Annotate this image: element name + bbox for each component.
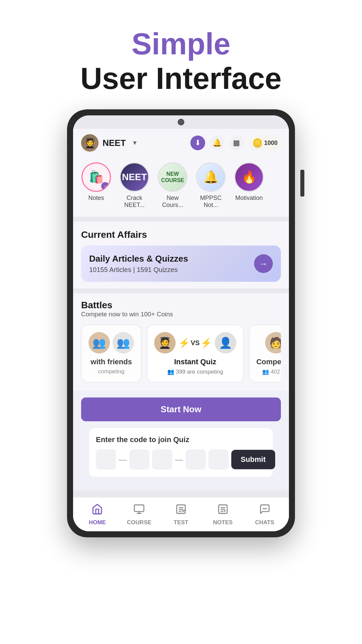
story-circle-mppsc: 🔔 [196, 162, 226, 192]
phone-camera [178, 119, 184, 125]
battles-subtitle: Compete now to win 100+ Coins [81, 311, 281, 318]
story-item-mppsc[interactable]: 🔔 MPPSC Not... [196, 162, 226, 209]
battle-card-compete[interactable]: 🧑 Compete w 👥 402 are [249, 325, 281, 383]
avatar[interactable]: 🧑‍🎓 [81, 134, 99, 152]
battle-card-friends[interactable]: 👥 👥 with friends competing [81, 325, 141, 383]
fighter-right-instant: 👤 [215, 332, 236, 354]
avatar-image: 🧑‍🎓 [81, 134, 99, 152]
battle-vs-compete: 🧑 [265, 332, 281, 354]
start-now-button[interactable]: Start Now [81, 397, 281, 421]
story-item-motivation[interactable]: 🔥 Motivation [234, 162, 264, 209]
story-label-mppsc: MPPSC Not... [196, 195, 226, 209]
battle-name-compete: Compete w [256, 358, 281, 366]
story-item-notes[interactable]: 🛍️ → Notes [81, 162, 111, 209]
title-simple: Simple [80, 27, 282, 61]
svg-point-12 [266, 508, 266, 509]
chats-icon [259, 503, 270, 517]
code-box-3[interactable] [152, 449, 172, 470]
page-title-section: Simple User Interface [74, 0, 288, 109]
coins-badge: 🪙 1000 [249, 136, 281, 150]
code-box-4[interactable] [186, 449, 206, 470]
phone-notch-bar [73, 115, 289, 129]
svg-point-10 [263, 508, 263, 509]
story-item-crack-neet[interactable]: NEET Crack NEET... [119, 162, 149, 209]
code-dash-2: — [175, 455, 183, 464]
story-label-motivation: Motivation [235, 195, 263, 202]
stories-section: 🛍️ → Notes NEET Crack NEET... NEWCOURSE [73, 157, 289, 217]
code-inputs: — — Submit [96, 449, 266, 470]
qr-icon[interactable]: ▦ [229, 136, 244, 150]
quiz-code-section: Enter the code to join Quiz — — Submit [89, 428, 273, 477]
battle-vs-friends: 👥 👥 [88, 332, 134, 354]
battle-vs-instant: 🧑‍🎓 ⚡ VS ⚡ 👤 [154, 332, 236, 354]
battle-card-instant[interactable]: 🧑‍🎓 ⚡ VS ⚡ 👤 Instant Quiz 👥 399 are comp… [147, 325, 244, 383]
app-header: 🧑‍🎓 NEET ▼ ⬇ 🔔 ▦ 🪙 1000 [73, 129, 289, 157]
download-icon[interactable]: ⬇ [190, 136, 205, 150]
code-dash-1: — [119, 455, 127, 464]
section-divider-2 [73, 288, 289, 293]
story-circle-motivation: 🔥 [234, 162, 264, 192]
test-icon [175, 503, 187, 517]
coin-icon: 🪙 [252, 138, 263, 148]
vs-text: VS [191, 339, 200, 347]
current-affairs-section: Current Affairs Daily Articles & Quizzes… [73, 221, 289, 288]
battle-count-compete: 👥 402 are [262, 368, 281, 375]
submit-button[interactable]: Submit [231, 450, 275, 469]
battle-name-instant: Instant Quiz [174, 358, 216, 366]
bell-icon[interactable]: 🔔 [210, 136, 225, 150]
nav-item-notes[interactable]: NOTES [202, 503, 244, 526]
code-box-2[interactable] [129, 449, 149, 470]
story-circle-new-course: NEWCOURSE [158, 162, 187, 192]
header-right: ⬇ 🔔 ▦ 🪙 1000 [190, 136, 281, 150]
section-divider-3 [73, 490, 289, 497]
fighter-left-friends: 👥 [88, 332, 110, 354]
phone-inner: 🧑‍🎓 NEET ▼ ⬇ 🔔 ▦ 🪙 1000 [73, 115, 289, 531]
story-circle-neet: NEET [120, 162, 149, 192]
story-label-notes: Notes [88, 195, 104, 202]
quiz-code-title: Enter the code to join Quiz [96, 435, 266, 444]
current-affairs-title: Current Affairs [81, 229, 281, 240]
fighter-right-friends: 👥 [113, 332, 134, 354]
battles-title: Battles [81, 300, 281, 311]
course-icon [133, 503, 145, 517]
current-affairs-card[interactable]: Daily Articles & Quizzes 10155 Articles … [81, 246, 281, 282]
nav-label-course: COURSE [127, 519, 152, 526]
home-icon [92, 503, 103, 517]
notes-icon [217, 503, 229, 517]
header-left: 🧑‍🎓 NEET ▼ [81, 134, 138, 152]
story-circle-notes: 🛍️ → [81, 162, 111, 192]
story-label-neet: Crack NEET... [119, 195, 149, 209]
battle-count-instant: 👥 399 are competing [167, 368, 223, 375]
ca-card-title: Daily Articles & Quizzes [89, 254, 188, 264]
phone-frame: 🧑‍🎓 NEET ▼ ⬇ 🔔 ▦ 🪙 1000 [67, 109, 295, 537]
lightning-left: ⚡ [178, 337, 190, 348]
story-label-new-course: New Cours... [158, 195, 188, 209]
start-now-section: Start Now [73, 391, 289, 428]
nav-item-home[interactable]: HOME [76, 503, 118, 526]
ca-card-text: Daily Articles & Quizzes 10155 Articles … [89, 254, 188, 274]
battles-carousel: 👥 👥 with friends competing 🧑‍🎓 ⚡ VS [81, 323, 281, 384]
story-add-notes: → [101, 182, 109, 190]
ca-arrow-button[interactable]: → [254, 254, 273, 273]
svg-point-11 [264, 508, 265, 509]
bottom-nav: HOME COURSE [73, 497, 289, 531]
battle-count-friends: competing [98, 368, 124, 375]
nav-label-home: HOME [89, 519, 106, 526]
story-item-new-course[interactable]: NEWCOURSE New Cours... [158, 162, 188, 209]
battles-section: Battles Compete now to win 100+ Coins 👥 … [73, 293, 289, 391]
ca-card-subtitle: 10155 Articles | 1591 Quizzes [89, 266, 188, 274]
nav-item-chats[interactable]: CHATS [244, 503, 286, 526]
code-box-5[interactable] [208, 449, 229, 470]
nav-item-course[interactable]: COURSE [118, 503, 160, 526]
dropdown-arrow[interactable]: ▼ [132, 140, 138, 147]
lightning-right: ⚡ [200, 337, 212, 348]
vs-badge: ⚡ VS ⚡ [178, 337, 212, 348]
nav-label-test: TEST [174, 519, 188, 526]
title-ui: User Interface [80, 61, 282, 96]
app-content: 🧑‍🎓 NEET ▼ ⬇ 🔔 ▦ 🪙 1000 [73, 129, 289, 531]
phone-side-button [300, 170, 304, 197]
section-divider-1 [73, 217, 289, 221]
nav-item-test[interactable]: TEST [160, 503, 202, 526]
code-box-1[interactable] [96, 449, 116, 470]
nav-label-notes: NOTES [213, 519, 233, 526]
